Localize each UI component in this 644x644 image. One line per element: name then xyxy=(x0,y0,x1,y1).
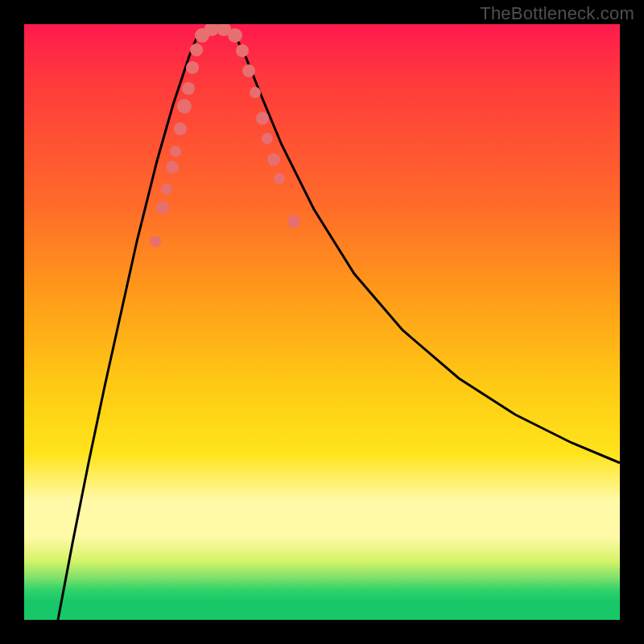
data-marker xyxy=(170,146,181,157)
data-marker xyxy=(262,133,273,144)
data-marker xyxy=(166,161,179,174)
watermark-text: TheBottleneck.com xyxy=(480,3,634,24)
data-marker xyxy=(186,61,199,74)
data-marker xyxy=(242,64,255,77)
data-marker xyxy=(256,112,269,125)
data-marker xyxy=(228,28,242,43)
curve-path xyxy=(58,29,620,620)
data-marker xyxy=(161,184,172,195)
bottleneck-curve xyxy=(24,24,620,620)
data-marker xyxy=(287,215,300,228)
data-marker xyxy=(267,153,280,166)
data-marker xyxy=(182,82,195,95)
data-marker xyxy=(274,173,285,184)
data-marker xyxy=(236,44,249,57)
data-marker xyxy=(150,236,161,247)
data-marker xyxy=(250,87,261,98)
data-marker xyxy=(174,122,187,135)
chart-frame: TheBottleneck.com xyxy=(0,0,644,644)
data-marker xyxy=(156,201,169,214)
plot-area xyxy=(24,24,620,620)
data-marker xyxy=(177,99,192,114)
data-marker xyxy=(190,43,203,56)
